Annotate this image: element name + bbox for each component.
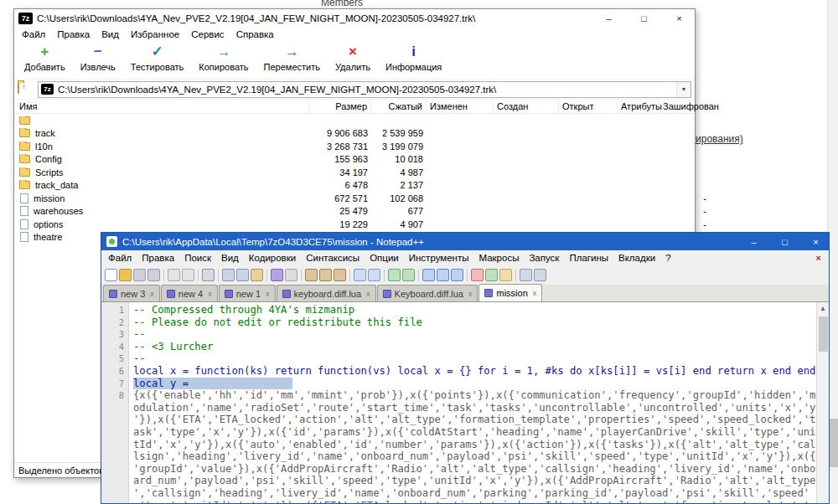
new-file-icon[interactable]	[105, 269, 117, 281]
word-wrap-icon[interactable]	[422, 269, 435, 281]
notepadpp-menu-item[interactable]: Файл	[103, 253, 137, 263]
minimize-button[interactable]: –	[741, 237, 767, 247]
scroll-up-icon[interactable]: ▲	[820, 302, 826, 315]
notepadpp-menu-item[interactable]: Правка	[137, 253, 179, 263]
cut-icon[interactable]	[222, 269, 235, 281]
tab-close-icon[interactable]: x	[366, 290, 370, 298]
column-header[interactable]: Создан	[494, 100, 559, 113]
table-row[interactable]: Scripts34 1974 987	[14, 166, 695, 179]
editor-tab[interactable]: Keyboard.diff.luax	[377, 285, 478, 301]
notepadpp-menu-item[interactable]: Синтаксисы	[301, 253, 365, 263]
paste-icon[interactable]	[251, 269, 263, 281]
function-list-icon[interactable]	[534, 269, 546, 281]
find-icon[interactable]	[305, 269, 318, 281]
sevenzip-menu-item[interactable]: Сервис	[185, 29, 230, 39]
table-row[interactable]: track_data6 4782 137	[14, 179, 695, 193]
sevenzip-menu-item[interactable]: Правка	[51, 29, 96, 39]
maximize-button[interactable]: □	[628, 13, 660, 23]
info-button[interactable]: iИнформация	[379, 42, 448, 72]
table-row[interactable]: mission672 571102 068-	[14, 192, 695, 205]
notepadpp-menu-item[interactable]: Инструменты	[404, 253, 474, 263]
redo-icon[interactable]	[285, 269, 297, 281]
macro-play-icon[interactable]	[485, 269, 498, 281]
delete-button[interactable]: ×Удалить	[328, 42, 377, 72]
editor-tab[interactable]: new 1x	[219, 285, 276, 301]
zoom-out-icon[interactable]	[368, 269, 380, 281]
move-button[interactable]: →Переместить	[257, 42, 327, 72]
editor-tab[interactable]: missionx	[478, 284, 542, 301]
notepadpp-menu-item[interactable]: Вкладки	[613, 253, 660, 263]
table-row[interactable]	[14, 114, 695, 127]
close-all-icon[interactable]	[182, 269, 194, 281]
test-button[interactable]: ✓Тестировать	[124, 42, 191, 72]
tab-close-icon[interactable]: x	[150, 290, 154, 298]
print-icon[interactable]	[202, 269, 215, 281]
tab-close-icon[interactable]: x	[208, 290, 212, 298]
sync-scroll-horizontal-icon[interactable]	[402, 269, 415, 281]
find-in-files-icon[interactable]	[334, 269, 346, 281]
minimize-button[interactable]: –	[593, 13, 624, 23]
up-folder-button[interactable]: ↑	[18, 83, 33, 96]
column-header[interactable]: Зашифрован	[660, 100, 710, 113]
maximize-button[interactable]: □	[772, 237, 798, 247]
editor-tab[interactable]: new 4x	[161, 285, 218, 301]
zoom-in-icon[interactable]	[354, 269, 366, 281]
notepadpp-menu-item[interactable]: Кодировки	[244, 253, 301, 263]
save-all-icon[interactable]	[147, 269, 160, 281]
table-row[interactable]: Config155 96310 018	[14, 153, 695, 167]
browser-scrollbar-thumb[interactable]	[829, 419, 838, 467]
open-folder-icon[interactable]	[119, 269, 132, 281]
sevenzip-menu-item[interactable]: Файл	[16, 29, 51, 39]
copy-button[interactable]: →Копировать	[192, 42, 255, 72]
replace-icon[interactable]	[319, 269, 332, 281]
copy-icon[interactable]	[236, 269, 249, 281]
tab-close-icon[interactable]: x	[533, 289, 537, 297]
table-row[interactable]: warehouses25 479677-	[14, 205, 695, 219]
add-button[interactable]: +Добавить	[18, 42, 72, 72]
macro-save-icon[interactable]	[499, 269, 512, 281]
save-icon[interactable]	[133, 269, 146, 281]
sevenzip-menu-item[interactable]: Избранное	[125, 29, 185, 39]
address-dropdown-button[interactable]: ▼	[676, 82, 691, 97]
column-header[interactable]: Изменен	[427, 100, 494, 113]
notepadpp-menu-item[interactable]: Вид	[216, 253, 244, 263]
editor-scrollbar-thumb[interactable]	[819, 316, 828, 352]
sync-scroll-vertical-icon[interactable]	[388, 269, 401, 281]
code-text-area[interactable]: -- Compressed through 4YA's mizmanip-- P…	[129, 302, 816, 503]
close-button[interactable]: ×	[664, 13, 695, 23]
extract-button[interactable]: −Извлечь	[74, 42, 122, 72]
editor-scrollbar[interactable]: ▲	[816, 302, 829, 503]
column-header[interactable]: Открыт	[559, 100, 618, 113]
indent-guide-icon[interactable]	[451, 269, 463, 281]
tab-close-icon[interactable]: x	[468, 290, 473, 298]
column-header[interactable]: Атрибуты	[618, 100, 660, 113]
macro-record-icon[interactable]	[471, 269, 484, 281]
notepadpp-titlebar[interactable]: C:\Users\rik\AppData\Local\Temp\7zO43D3C…	[101, 233, 829, 250]
table-row[interactable]: options19 2294 907-	[14, 218, 695, 231]
notepadpp-menu-item[interactable]: Запуск	[524, 253, 564, 263]
notepadpp-menu-item[interactable]: ?	[660, 253, 675, 263]
doc-map-icon[interactable]	[520, 269, 532, 281]
editor-tab[interactable]: keyboard.diff.luax	[277, 285, 376, 301]
table-row[interactable]: l10n3 268 7313 199 079	[14, 140, 695, 153]
notepadpp-menu-item[interactable]: Опции	[365, 253, 404, 263]
tab-close-icon[interactable]: x	[266, 290, 270, 298]
notepadpp-menu-item[interactable]: Макросы	[473, 253, 524, 263]
notepadpp-menu-item[interactable]: Плагины	[564, 253, 613, 263]
close-icon[interactable]	[168, 269, 180, 281]
sevenzip-menu-item[interactable]: Справка	[230, 29, 280, 39]
column-header[interactable]: Размер	[309, 100, 371, 113]
close-button[interactable]: ×	[803, 237, 829, 247]
editor-tab[interactable]: new 3x	[103, 285, 160, 301]
column-header[interactable]: Имя	[16, 100, 309, 113]
sevenzip-menu-item[interactable]: Вид	[96, 29, 125, 39]
show-all-chars-icon[interactable]	[437, 269, 449, 281]
notepadpp-menu-item[interactable]: Поиск	[179, 253, 216, 263]
background-link-fragment[interactable]: ирования)	[696, 133, 743, 145]
sevenzip-titlebar[interactable]: 7z C:\Users\rik\Downloads\4YA_Nev_PVE2_V…	[14, 9, 695, 27]
table-row[interactable]: track9 906 6832 539 959	[14, 127, 695, 141]
menubar-close-icon[interactable]: ×	[809, 253, 829, 263]
address-combobox[interactable]: 7z C:\Users\rik\Downloads\4YA_Nev_PVE2_V…	[38, 81, 691, 98]
column-header[interactable]: Сжатый	[371, 100, 427, 113]
undo-icon[interactable]	[271, 269, 283, 281]
